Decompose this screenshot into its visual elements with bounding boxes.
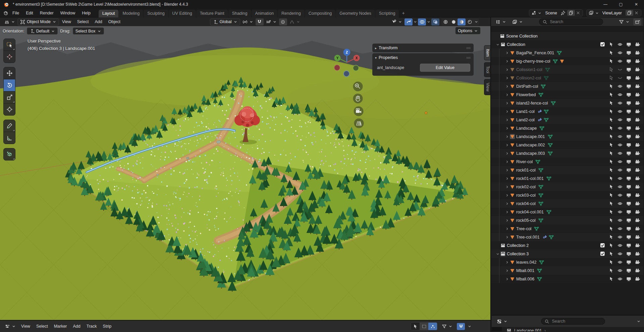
- outliner-item-label[interactable]: Land2-col: [516, 118, 535, 122]
- pin-icon[interactable]: [560, 10, 566, 15]
- mesh-object-icon[interactable]: [510, 50, 515, 55]
- mesh-data-icon[interactable]: [538, 193, 543, 198]
- mesh-data-icon[interactable]: [539, 260, 544, 265]
- proportional-toggle[interactable]: [279, 18, 287, 25]
- outliner-item-label[interactable]: rock03-col: [516, 193, 536, 198]
- timeline-filter-dropdown[interactable]: [439, 323, 455, 330]
- mesh-object-icon[interactable]: [510, 235, 515, 240]
- outliner-item-label[interactable]: rock05-col: [516, 218, 536, 223]
- outliner-object-leaves-042[interactable]: leaves.042: [491, 258, 643, 266]
- mesh-data-icon[interactable]: [538, 218, 543, 223]
- disable-viewport-icon[interactable]: [626, 201, 631, 206]
- hide-eye-icon[interactable]: [617, 92, 623, 97]
- properties-search[interactable]: [541, 318, 605, 325]
- expand-icon[interactable]: [504, 185, 510, 189]
- mesh-data-icon[interactable]: [538, 168, 543, 173]
- expand-icon[interactable]: [504, 126, 510, 130]
- outliner-item-label[interactable]: Collision2-col: [516, 76, 541, 80]
- tab-uv-editing[interactable]: UV Editing: [169, 10, 196, 17]
- display-mode-button[interactable]: [510, 18, 525, 25]
- expand-icon[interactable]: [504, 93, 510, 97]
- selectable-icon[interactable]: [608, 260, 614, 265]
- hide-eye-icon[interactable]: [617, 184, 623, 189]
- disable-render-icon[interactable]: [635, 134, 640, 139]
- timeline-menu-select[interactable]: Select: [33, 323, 51, 330]
- expand-icon[interactable]: [504, 193, 510, 197]
- outliner-object-collision2-col[interactable]: Collision2-col: [491, 74, 643, 82]
- selectable-icon[interactable]: [608, 209, 614, 214]
- selectable-icon[interactable]: [608, 201, 614, 206]
- mesh-object-icon[interactable]: [510, 159, 515, 164]
- overlays-toggle[interactable]: [418, 18, 426, 25]
- viewport-menu-add[interactable]: Add: [92, 18, 105, 25]
- snap-target-dropdown[interactable]: [264, 18, 279, 25]
- mesh-data-icon[interactable]: [538, 201, 543, 206]
- options-dropdown[interactable]: Options: [455, 27, 480, 34]
- selectable-icon[interactable]: [608, 59, 614, 64]
- tool-measure-button[interactable]: [3, 132, 15, 144]
- disable-render-icon[interactable]: [635, 168, 640, 173]
- disable-render-icon[interactable]: [635, 42, 640, 47]
- outliner-item-label[interactable]: Collection 2: [507, 243, 529, 248]
- drag-grip-icon[interactable]: [466, 46, 471, 51]
- disable-viewport-icon[interactable]: [626, 59, 631, 64]
- outliner-item-label[interactable]: rock01-col.001: [516, 176, 544, 181]
- expand-icon[interactable]: [504, 269, 510, 273]
- outliner-item-label[interactable]: River-col: [516, 159, 533, 164]
- outliner-item-label[interactable]: Collection: [507, 42, 525, 47]
- outliner-object-river-col[interactable]: River-col: [491, 157, 643, 166]
- mesh-object-icon[interactable]: [510, 59, 515, 64]
- selectable-icon[interactable]: [608, 117, 614, 122]
- mesh-object-icon[interactable]: [510, 109, 515, 114]
- expand-icon[interactable]: [504, 277, 510, 281]
- selectable-icon[interactable]: [608, 251, 614, 256]
- disable-viewport-icon[interactable]: [626, 226, 631, 231]
- hide-eye-icon[interactable]: [617, 42, 623, 47]
- mesh-object-icon[interactable]: [510, 201, 515, 206]
- mesh-object-icon[interactable]: [510, 134, 515, 139]
- mesh-data-icon[interactable]: [539, 126, 544, 131]
- hide-eye-icon[interactable]: [617, 109, 623, 114]
- mesh-object-icon[interactable]: [510, 126, 515, 131]
- selectable-icon[interactable]: [608, 235, 614, 240]
- outliner-item-label[interactable]: Landscape: [516, 126, 537, 131]
- expand-icon[interactable]: [504, 202, 510, 206]
- disable-viewport-icon[interactable]: [626, 101, 631, 106]
- search-input[interactable]: [549, 19, 600, 24]
- mesh-data-icon[interactable]: [537, 276, 542, 281]
- viewlayer-name[interactable]: ViewLayer: [600, 11, 625, 15]
- collapse-icon[interactable]: [495, 252, 500, 256]
- sidebar-tab-item[interactable]: Item: [484, 45, 490, 60]
- disable-viewport-icon[interactable]: [626, 209, 631, 214]
- outliner-item-label[interactable]: Landscape.002: [516, 143, 545, 147]
- tab-layout[interactable]: Layout: [99, 10, 119, 17]
- expand-icon[interactable]: [504, 110, 510, 114]
- minimize-button[interactable]: —: [598, 0, 613, 9]
- mesh-object-icon[interactable]: [510, 184, 515, 189]
- exclude-checkbox[interactable]: [600, 42, 605, 47]
- viewlayer-selector[interactable]: ViewLayer: [586, 9, 641, 16]
- copy-icon[interactable]: [626, 10, 633, 16]
- tab-scripting[interactable]: Scripting: [375, 10, 399, 17]
- selectable-icon[interactable]: [608, 84, 614, 89]
- disable-render-icon[interactable]: [635, 151, 640, 156]
- timeline-menu-marker[interactable]: Marker: [51, 323, 70, 330]
- modifier-wrench-icon[interactable]: [537, 109, 542, 114]
- selectable-icon[interactable]: [608, 226, 614, 231]
- hide-eye-icon[interactable]: [617, 276, 623, 281]
- outliner-object-rock02-col[interactable]: rock02-col: [491, 183, 643, 191]
- snap-toggle[interactable]: [256, 18, 264, 25]
- expand-icon[interactable]: [504, 235, 510, 239]
- hide-eye-icon[interactable]: [617, 168, 623, 173]
- collection-icon[interactable]: [500, 42, 505, 47]
- expand-icon[interactable]: [504, 151, 510, 155]
- exclude-checkbox[interactable]: [600, 251, 605, 256]
- selectable-icon[interactable]: [608, 50, 614, 55]
- hide-eye-icon[interactable]: [617, 50, 623, 55]
- hide-eye-icon[interactable]: [617, 67, 623, 72]
- mesh-object-icon[interactable]: [510, 176, 515, 181]
- mesh-object-icon[interactable]: [510, 101, 515, 106]
- drag-grip-icon[interactable]: [466, 55, 471, 60]
- mesh-object-icon[interactable]: [510, 260, 515, 265]
- search-input[interactable]: [551, 319, 602, 324]
